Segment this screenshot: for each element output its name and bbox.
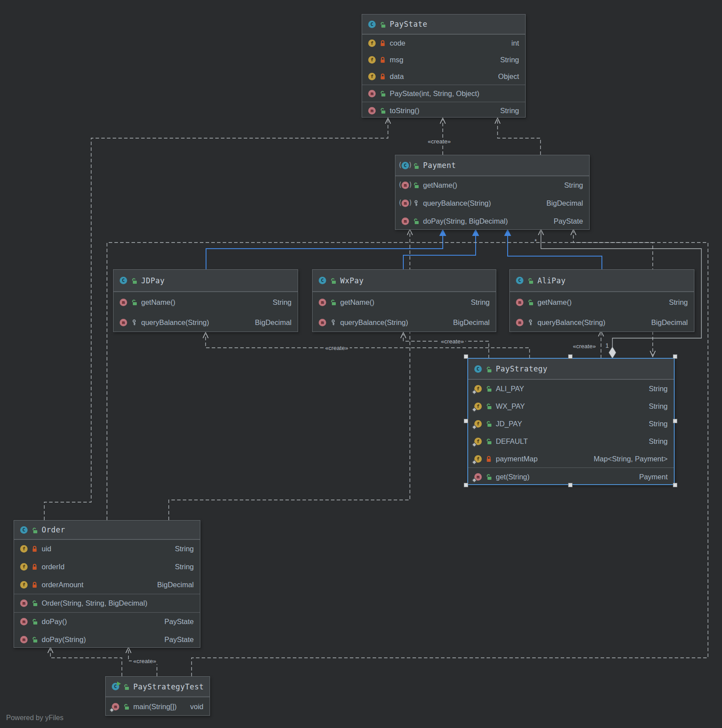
class-box-paystrategy[interactable]: CPayStrategyfALI_PAYStringfWX_PAYStringf… xyxy=(467,358,675,485)
run-triangle-icon xyxy=(117,682,121,686)
private-closed-lock-icon xyxy=(380,73,386,80)
method-icon: m xyxy=(402,218,409,225)
member-row-dopay-string[interactable]: mdoPay(String)PayState xyxy=(14,631,200,649)
public-open-lock-icon xyxy=(486,474,492,480)
member-row-getname[interactable]: mgetName()String xyxy=(313,292,496,312)
member-row-wx-pay[interactable]: fWX_PAYString xyxy=(468,397,674,415)
edge-label-create: «create» xyxy=(440,338,466,345)
class-icon: C xyxy=(319,277,326,284)
class-title-text: PayState xyxy=(390,20,427,29)
class-box-order[interactable]: COrderfuidStringforderIdStringforderAmou… xyxy=(14,520,200,648)
edge-paystrategy-jdpay-create[interactable] xyxy=(206,334,530,358)
public-open-lock-icon xyxy=(413,218,419,225)
member-row-orderamount[interactable]: forderAmountBigDecimal xyxy=(14,576,200,594)
selection-handle[interactable] xyxy=(464,354,468,359)
member-name: uid xyxy=(42,545,51,553)
member-name: orderId xyxy=(42,563,64,571)
class-box-jdpay[interactable]: CJDPaymgetName()StringmqueryBalance(Stri… xyxy=(113,269,298,332)
class-title-bar[interactable]: CPayStrategy xyxy=(468,359,674,379)
member-row-ali-pay[interactable]: fALI_PAYString xyxy=(468,380,674,397)
member-section: mdoPay()PayStatemdoPay(String)PayState xyxy=(14,612,200,649)
member-type: BigDecimal xyxy=(157,581,194,589)
edge-wxpay-payment-realization[interactable] xyxy=(403,236,476,269)
member-name: queryBalance(String) xyxy=(423,199,491,207)
method-icon: m xyxy=(112,703,119,710)
member-row-code[interactable]: fcodeint xyxy=(362,35,525,51)
class-box-alipay[interactable]: CAliPaymgetName()StringmqueryBalance(Str… xyxy=(509,269,694,332)
selection-handle[interactable] xyxy=(673,354,677,359)
public-open-lock-icon xyxy=(131,299,137,306)
member-row-getname[interactable]: (m)getName()String xyxy=(395,176,589,194)
member-name: PayState(int, String, Object) xyxy=(390,89,480,98)
member-name: main(String[]) xyxy=(133,703,177,711)
member-type: BigDecimal xyxy=(547,199,583,207)
member-section: fuidStringforderIdStringforderAmountBigD… xyxy=(14,539,200,594)
class-box-paystrategytest[interactable]: CPayStrategyTestmmain(String[])void xyxy=(105,676,210,716)
member-row-dopay-string-bigdecimal[interactable]: mdoPay(String, BigDecimal)PayState xyxy=(395,212,589,230)
class-title-bar[interactable]: COrder xyxy=(14,521,200,539)
public-open-lock-icon xyxy=(330,277,336,284)
class-title-bar[interactable]: CAliPay xyxy=(510,270,694,292)
protected-key-icon xyxy=(527,319,533,326)
class-box-wxpay[interactable]: CWxPaymgetName()StringmqueryBalance(Stri… xyxy=(312,269,496,332)
selection-handle[interactable] xyxy=(464,419,468,423)
member-row-tostring[interactable]: mtoString()String xyxy=(362,102,525,119)
member-row-msg[interactable]: fmsgString xyxy=(362,51,525,68)
member-row-data[interactable]: fdataObject xyxy=(362,68,525,85)
class-title-bar[interactable]: CJDPay xyxy=(114,270,298,292)
class-title-text: AliPay xyxy=(537,276,566,285)
method-icon: m xyxy=(319,299,326,306)
field-icon: f xyxy=(20,545,28,553)
method-icon: m xyxy=(516,319,523,326)
private-closed-lock-icon xyxy=(380,57,386,63)
member-row-querybalance-string[interactable]: mqueryBalance(String)BigDecimal xyxy=(114,312,298,332)
member-name: orderAmount xyxy=(42,581,83,589)
class-box-paystate[interactable]: CPayStatefcodeintfmsgStringfdataObjectmP… xyxy=(362,14,526,118)
member-name: doPay(String) xyxy=(42,635,86,644)
member-row-orderid[interactable]: forderIdString xyxy=(14,558,200,576)
method-icon: m xyxy=(319,319,326,326)
member-row-main-string[interactable]: mmain(String[])void xyxy=(106,697,210,716)
public-open-lock-icon xyxy=(32,527,38,533)
selection-handle[interactable] xyxy=(568,483,573,487)
member-name: get(String) xyxy=(496,473,530,481)
member-row-jd-pay[interactable]: fJD_PAYString xyxy=(468,415,674,432)
edge-payment-paystate-dep[interactable] xyxy=(498,119,541,155)
member-row-querybalance-string[interactable]: (m)queryBalance(String)BigDecimal xyxy=(395,194,589,212)
public-open-lock-icon xyxy=(32,600,38,607)
member-row-default[interactable]: fDEFAULTString xyxy=(468,432,674,450)
member-row-querybalance-string[interactable]: mqueryBalance(String)BigDecimal xyxy=(510,312,694,332)
member-row-paystate-int-string-object[interactable]: mPayState(int, String, Object) xyxy=(362,85,525,102)
member-type: String xyxy=(500,56,519,64)
member-row-order-string-string-bigdecimal[interactable]: mOrder(String, String, BigDecimal) xyxy=(14,594,200,612)
class-title-bar[interactable]: CPayStrategyTest xyxy=(106,677,210,697)
member-section: mgetName()StringmqueryBalance(String)Big… xyxy=(313,292,496,332)
public-open-lock-icon xyxy=(380,90,386,97)
edge-alipay-payment-realization[interactable] xyxy=(508,236,602,270)
selection-handle[interactable] xyxy=(673,483,677,487)
selection-handle[interactable] xyxy=(673,419,677,423)
member-row-querybalance-string[interactable]: mqueryBalance(String)BigDecimal xyxy=(313,312,496,332)
member-name: data xyxy=(390,72,404,81)
selection-handle[interactable] xyxy=(568,354,573,359)
field-icon: f xyxy=(20,563,28,571)
member-section: fALI_PAYStringfWX_PAYStringfJD_PAYString… xyxy=(468,379,674,467)
class-icon: C xyxy=(368,21,376,28)
member-name: getName() xyxy=(141,298,175,307)
member-row-dopay[interactable]: mdoPay()PayState xyxy=(14,613,200,631)
member-row-paymentmap[interactable]: fpaymentMapMap<String, Payment> xyxy=(468,450,674,467)
edge-jdpay-payment-realization[interactable] xyxy=(206,236,443,269)
class-title-bar[interactable]: CPayState xyxy=(362,14,525,34)
class-title-bar[interactable]: CWxPay xyxy=(313,270,496,292)
method-icon: m xyxy=(20,636,28,643)
member-name: queryBalance(String) xyxy=(141,318,209,327)
selection-handle[interactable] xyxy=(464,483,468,487)
member-type: String xyxy=(649,420,668,428)
member-row-uid[interactable]: fuidString xyxy=(14,540,200,558)
edge-test-order-dep[interactable] xyxy=(50,649,122,676)
member-name: doPay(String, BigDecimal) xyxy=(423,217,508,225)
class-box-payment[interactable]: (C)Payment(m)getName()String(m)queryBala… xyxy=(395,155,590,230)
class-title-bar[interactable]: (C)Payment xyxy=(395,155,589,176)
member-row-getname[interactable]: mgetName()String xyxy=(114,292,298,312)
member-row-getname[interactable]: mgetName()String xyxy=(510,292,694,312)
